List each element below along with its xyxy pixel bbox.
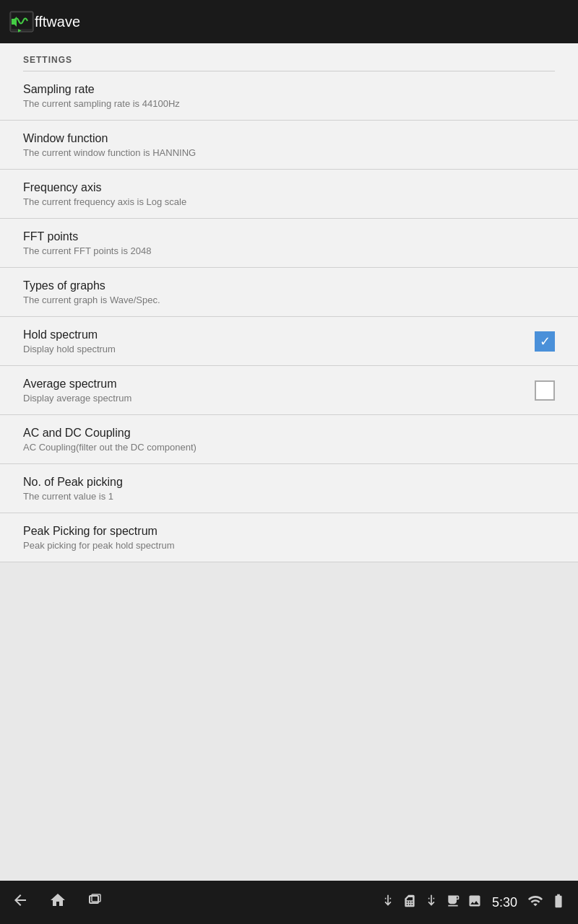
setting-text-no-peak-picking: No. of Peak picking The current value is…: [23, 476, 555, 502]
status-time: 5:30: [492, 895, 517, 910]
setting-subtitle-peak-picking-spectrum: Peak picking for peak hold spectrum: [23, 540, 555, 551]
setting-text-window-function: Window function The current window funct…: [23, 132, 555, 158]
top-bar: ▶ fftwave: [0, 0, 578, 43]
nav-buttons: [12, 892, 104, 913]
setting-text-fft-points: FFT points The current FFT points is 204…: [23, 230, 555, 256]
setting-text-ac-dc-coupling: AC and DC Coupling AC Coupling(filter ou…: [23, 427, 555, 453]
settings-section: SETTINGS Sampling rate The current sampl…: [0, 43, 578, 562]
setting-item-ac-dc-coupling[interactable]: AC and DC Coupling AC Coupling(filter ou…: [0, 415, 578, 464]
average-spectrum-checkbox[interactable]: [535, 380, 555, 401]
settings-header: SETTINGS: [0, 43, 578, 71]
setting-title-ac-dc-coupling: AC and DC Coupling: [23, 427, 555, 440]
checkmark-icon: ✓: [540, 335, 551, 348]
setting-subtitle-sampling-rate: The current sampling rate is 44100Hz: [23, 98, 555, 109]
recents-button[interactable]: [87, 892, 104, 913]
news-icon: [446, 894, 460, 911]
setting-item-hold-spectrum[interactable]: Hold spectrum Display hold spectrum ✓: [0, 317, 578, 366]
setting-title-window-function: Window function: [23, 132, 555, 145]
setting-item-sampling-rate[interactable]: Sampling rate The current sampling rate …: [0, 71, 578, 121]
setting-title-hold-spectrum: Hold spectrum: [23, 328, 535, 341]
setting-title-no-peak-picking: No. of Peak picking: [23, 476, 555, 489]
setting-title-sampling-rate: Sampling rate: [23, 83, 555, 96]
battery-icon: [551, 893, 566, 912]
setting-subtitle-no-peak-picking: The current value is 1: [23, 491, 555, 502]
sim-icon: [402, 894, 417, 911]
setting-item-window-function[interactable]: Window function The current window funct…: [0, 121, 578, 170]
setting-item-peak-picking-spectrum[interactable]: Peak Picking for spectrum Peak picking f…: [0, 513, 578, 562]
status-icons: 5:30: [381, 893, 566, 912]
setting-title-frequency-axis: Frequency axis: [23, 181, 555, 194]
setting-subtitle-window-function: The current window function is HANNING: [23, 147, 555, 158]
usb2-icon: [424, 894, 439, 911]
setting-title-types-of-graphs: Types of graphs: [23, 279, 555, 292]
setting-item-fft-points[interactable]: FFT points The current FFT points is 204…: [0, 219, 578, 268]
main-content: SETTINGS Sampling rate The current sampl…: [0, 43, 578, 881]
setting-title-peak-picking-spectrum: Peak Picking for spectrum: [23, 525, 555, 538]
hold-spectrum-checkbox[interactable]: ✓: [535, 331, 555, 352]
setting-title-fft-points: FFT points: [23, 230, 555, 243]
home-button[interactable]: [49, 892, 66, 913]
setting-subtitle-ac-dc-coupling: AC Coupling(filter out the DC component): [23, 442, 555, 453]
setting-text-frequency-axis: Frequency axis The current frequency axi…: [23, 181, 555, 207]
wifi-icon: [527, 893, 543, 912]
app-logo: ▶: [9, 9, 35, 35]
setting-item-average-spectrum[interactable]: Average spectrum Display average spectru…: [0, 366, 578, 415]
setting-text-average-spectrum: Average spectrum Display average spectru…: [23, 378, 535, 404]
app-title: fftwave: [35, 14, 80, 30]
setting-subtitle-average-spectrum: Display average spectrum: [23, 393, 535, 404]
setting-subtitle-fft-points: The current FFT points is 2048: [23, 245, 555, 256]
svg-text:▶: ▶: [18, 28, 22, 32]
back-button[interactable]: [12, 892, 29, 913]
setting-text-hold-spectrum: Hold spectrum Display hold spectrum: [23, 328, 535, 354]
setting-item-frequency-axis[interactable]: Frequency axis The current frequency axi…: [0, 170, 578, 219]
setting-item-no-peak-picking[interactable]: No. of Peak picking The current value is…: [0, 464, 578, 513]
setting-text-sampling-rate: Sampling rate The current sampling rate …: [23, 83, 555, 109]
image-icon: [467, 894, 482, 911]
usb-icon: [381, 894, 395, 911]
setting-subtitle-types-of-graphs: The current graph is Wave/Spec.: [23, 295, 555, 305]
setting-text-peak-picking-spectrum: Peak Picking for spectrum Peak picking f…: [23, 525, 555, 551]
setting-item-types-of-graphs[interactable]: Types of graphs The current graph is Wav…: [0, 268, 578, 317]
setting-title-average-spectrum: Average spectrum: [23, 378, 535, 391]
bottom-bar: 5:30: [0, 881, 578, 924]
setting-subtitle-frequency-axis: The current frequency axis is Log scale: [23, 196, 555, 207]
setting-text-types-of-graphs: Types of graphs The current graph is Wav…: [23, 279, 555, 305]
setting-subtitle-hold-spectrum: Display hold spectrum: [23, 344, 535, 354]
